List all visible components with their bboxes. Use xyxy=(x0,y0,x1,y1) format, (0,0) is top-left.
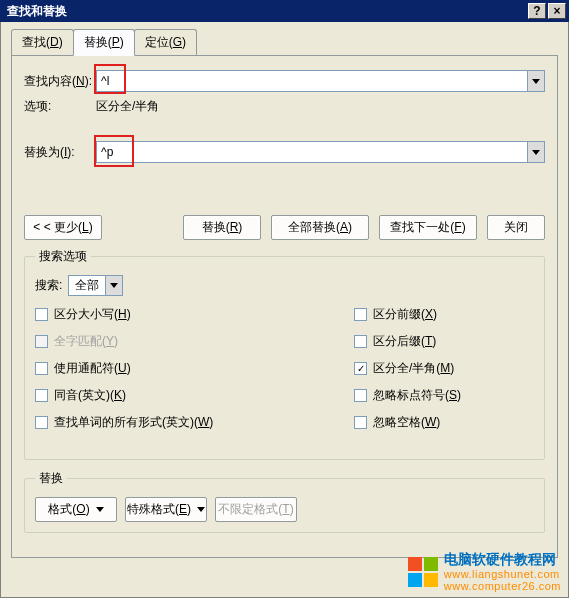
chk-sounds-like[interactable]: 同音(英文)(K) xyxy=(35,387,354,404)
search-scope-label: 搜索: xyxy=(35,277,62,294)
search-scope-dropdown-icon[interactable] xyxy=(105,276,122,295)
replace-all-button[interactable]: 全部替换(A) xyxy=(271,215,369,240)
chk-wildcards[interactable]: 使用通配符(U) xyxy=(35,360,354,377)
tab-replace[interactable]: 替换(P) xyxy=(73,29,135,56)
close-dialog-button[interactable]: 关闭 xyxy=(487,215,545,240)
search-scope-select[interactable]: 全部 xyxy=(68,275,123,296)
options-value: 区分全/半角 xyxy=(96,98,159,115)
watermark-title: 电脑软硬件教程网 xyxy=(444,552,561,567)
replace-dropdown-icon[interactable] xyxy=(527,142,544,162)
find-input[interactable] xyxy=(97,71,527,91)
chk-whole-word: 全字匹配(Y) xyxy=(35,333,354,350)
find-dropdown-icon[interactable] xyxy=(527,71,544,91)
chk-ignore-punct[interactable]: 忽略标点符号(S) xyxy=(354,387,534,404)
watermark-url1: www.liangshunet.com xyxy=(444,568,561,580)
special-button[interactable]: 特殊格式(E) xyxy=(125,497,207,522)
less-button[interactable]: < < 更少(L) xyxy=(24,215,102,240)
watermark: 电脑软硬件教程网 www.liangshunet.com www.compute… xyxy=(408,552,561,592)
replace-format-group: 替换 格式(O) 特殊格式(E) 不限定格式(T) xyxy=(24,470,545,533)
format-button[interactable]: 格式(O) xyxy=(35,497,117,522)
find-combo[interactable] xyxy=(96,70,545,92)
dialog-body: 查找(D) 替换(P) 定位(G) 查找内容(N): 选项: 区分全/半角 替换… xyxy=(0,22,569,598)
chk-suffix[interactable]: 区分后缀(T) xyxy=(354,333,534,350)
replace-combo[interactable] xyxy=(96,141,545,163)
no-format-button: 不限定格式(T) xyxy=(215,497,297,522)
find-next-button[interactable]: 查找下一处(F) xyxy=(379,215,477,240)
find-label: 查找内容(N): xyxy=(24,73,96,90)
chk-prefix[interactable]: 区分前缀(X) xyxy=(354,306,534,323)
chk-match-case[interactable]: 区分大小写(H) xyxy=(35,306,354,323)
search-options-group: 搜索选项 搜索: 全部 区分大小写(H) 全字匹配(Y) 使用通配符(U) 同音… xyxy=(24,248,545,460)
close-button[interactable]: × xyxy=(548,3,566,19)
replace-button[interactable]: 替换(R) xyxy=(183,215,261,240)
search-options-legend: 搜索选项 xyxy=(35,248,91,265)
replace-label: 替换为(I): xyxy=(24,144,96,161)
chk-word-forms[interactable]: 查找单词的所有形式(英文)(W) xyxy=(35,414,354,431)
tab-goto[interactable]: 定位(G) xyxy=(134,29,197,56)
watermark-url2: www.computer26.com xyxy=(444,580,561,592)
replace-input[interactable] xyxy=(97,142,527,162)
tab-find[interactable]: 查找(D) xyxy=(11,29,74,56)
options-label: 选项: xyxy=(24,98,96,115)
help-button[interactable]: ? xyxy=(528,3,546,19)
dialog-title: 查找和替换 xyxy=(7,3,526,20)
title-bar: 查找和替换 ? × xyxy=(0,0,569,22)
tab-strip: 查找(D) 替换(P) 定位(G) xyxy=(11,28,558,55)
chk-ignore-space[interactable]: 忽略空格(W) xyxy=(354,414,534,431)
chk-full-half[interactable]: ✓区分全/半角(M) xyxy=(354,360,534,377)
windows-logo-icon xyxy=(408,557,438,587)
replace-format-legend: 替换 xyxy=(35,470,67,487)
